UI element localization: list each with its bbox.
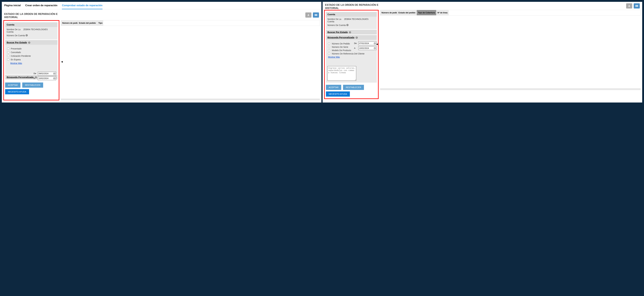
th-coverage-type[interactable]: Tipo	[97, 20, 103, 26]
help-button[interactable]: NECESITO AYUDA	[326, 91, 350, 97]
page-title: ESTADO DE LA ORDEN DE REPARACIÓN E HISTO…	[4, 13, 59, 19]
table-footer-bar	[380, 88, 641, 90]
radio-modelo[interactable]	[328, 49, 330, 51]
th-order-number[interactable]: Número de pedido	[61, 20, 78, 26]
radio-pedido[interactable]	[328, 43, 330, 45]
table-area: ◄ Número de pedido Estado del pedido Tip…	[61, 20, 320, 100]
nav-status[interactable]: Comprobar estado de reparación	[62, 4, 102, 9]
chk-label: Presentado	[11, 48, 22, 50]
nav-create[interactable]: Crear orden de reparación	[25, 4, 58, 9]
date-from-input[interactable]	[38, 72, 56, 75]
th-line-number[interactable]: Nº de línea	[436, 10, 449, 15]
radio-serie[interactable]	[328, 46, 330, 48]
info-icon[interactable]: i	[349, 31, 351, 33]
help-button[interactable]: NECESITO AYUDA	[5, 89, 29, 94]
info-icon[interactable]: i	[28, 42, 30, 44]
filter-panel: Cuenta Nombre De La Cuenta ZEBRA TECHNOL…	[324, 10, 378, 99]
top-nav: Página inicial Crear orden de reparación…	[2, 2, 322, 10]
show-more-link[interactable]: Mostrar Más	[10, 62, 22, 64]
radio-label: Número De Pedido	[332, 43, 350, 45]
chk-presentado[interactable]	[7, 48, 9, 50]
download-icon	[307, 14, 310, 16]
chk-label: Cancelado	[11, 51, 21, 54]
radio-referencia[interactable]	[328, 53, 330, 55]
table-area: Número de pedido Estado del pedido Tipo …	[380, 10, 641, 99]
th-order-status[interactable]: Estado del pedido	[397, 10, 417, 15]
download-icon	[628, 5, 630, 7]
custom-search-head[interactable]: Búsqueda Personalizada i	[326, 35, 377, 40]
date-to-input[interactable]	[358, 46, 376, 50]
search-status-head[interactable]: Buscar Por Estado i	[5, 40, 58, 45]
to-label: A	[354, 47, 358, 49]
from-label: De	[354, 42, 358, 44]
radio-label: Número De Referencia Del Cliente	[332, 53, 364, 55]
svg-rect-5	[637, 5, 638, 7]
table-header: Número de pedido Estado del pedido Tipo	[61, 20, 320, 26]
columns-icon	[314, 14, 317, 16]
account-name-value: ZEBRA TECHNOLOGIES	[344, 18, 368, 23]
account-head: Cuenta	[5, 22, 58, 27]
chk-cancelado[interactable]	[7, 51, 9, 53]
download-button[interactable]	[305, 13, 312, 18]
multi-value-textarea[interactable]	[328, 66, 356, 81]
account-name-label: Nombre De La Cuenta	[7, 28, 23, 33]
info-icon[interactable]: i	[356, 37, 358, 39]
table-footer-bar	[61, 99, 320, 100]
to-label: A	[34, 77, 38, 79]
th-order-status[interactable]: Estado del pedido	[78, 20, 97, 26]
svg-rect-1	[316, 14, 316, 16]
reset-button[interactable]: RESTABLECER	[343, 85, 364, 90]
account-name-value: ZEBRA TECHNOLOGIES	[23, 28, 48, 33]
svg-rect-3	[636, 5, 636, 7]
date-from-input[interactable]	[358, 42, 376, 45]
from-label: De	[34, 72, 38, 75]
info-icon[interactable]: i	[26, 34, 28, 36]
account-head: Cuenta	[326, 12, 377, 17]
chk-label: En Espera	[11, 58, 20, 61]
columns-button[interactable]	[313, 13, 319, 18]
download-button[interactable]	[626, 3, 632, 9]
th-order-number[interactable]: Número de pedido	[380, 10, 397, 15]
account-name-label: Nombre De La Cuenta	[328, 18, 344, 23]
columns-icon	[635, 5, 638, 7]
nav-home[interactable]: Página inicial	[4, 4, 21, 9]
chk-cotizacion[interactable]	[7, 55, 9, 57]
accept-button[interactable]: ACEPTAR	[326, 85, 341, 90]
account-number-label: Número De Cuenta	[328, 24, 346, 26]
chk-label: Cotización Pendiente	[11, 55, 31, 57]
svg-rect-4	[636, 5, 637, 7]
show-more-link[interactable]: Mostrar Más	[328, 56, 340, 58]
search-status-head[interactable]: Buscar Por Estado i	[326, 30, 377, 34]
th-coverage-type[interactable]: Tipo de Cobertura	[417, 10, 436, 15]
info-icon[interactable]: i	[346, 24, 348, 26]
filter-panel: Cuenta Nombre De La Cuenta ZEBRA TECHNOL…	[3, 20, 59, 100]
columns-button[interactable]	[634, 3, 640, 9]
page-title: ESTADO DE LA ORDEN DE REPARACIÓN E HISTO…	[325, 3, 380, 10]
table-header: Número de pedido Estado del pedido Tipo …	[380, 10, 641, 16]
chk-espera[interactable]	[7, 59, 9, 61]
collapse-icon[interactable]: ◄	[60, 60, 63, 63]
date-to-input[interactable]	[38, 77, 56, 80]
svg-rect-2	[316, 14, 317, 16]
account-number-label: Número De Cuenta	[7, 34, 25, 37]
radio-label: Número De Serie	[332, 46, 348, 48]
svg-rect-0	[315, 14, 315, 16]
radio-label: Modelo De Producto	[332, 49, 351, 52]
reset-button[interactable]: RESTABLECER	[22, 82, 43, 88]
accept-button[interactable]: ACEPTAR	[5, 82, 20, 88]
